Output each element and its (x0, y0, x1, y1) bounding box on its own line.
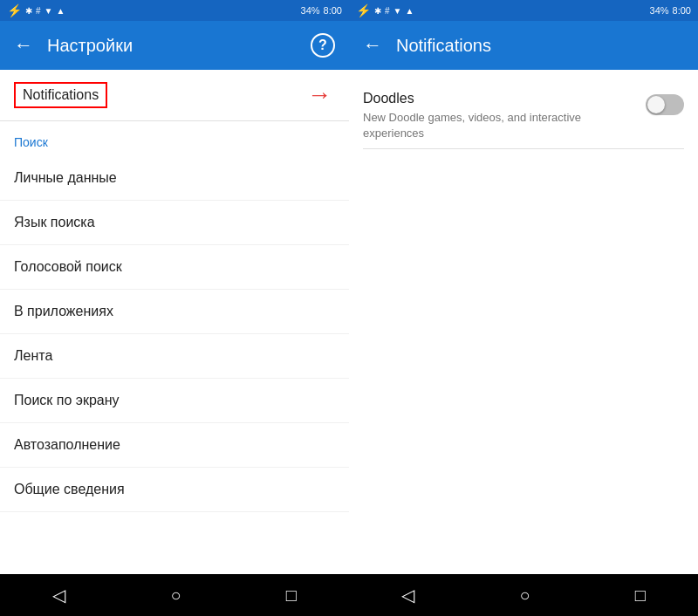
left-content: Notifications → Поиск Личные данные Язык… (0, 70, 349, 574)
menu-item-voice[interactable]: Голосовой поиск (0, 245, 349, 290)
left-phone-panel: ⚡ ✱ # ▼ ▲ 34% 8:00 ← Настройки ? Notific… (0, 0, 349, 616)
doodles-description: New Doodle games, videos, and interactiv… (363, 110, 632, 141)
hash-icon: # (36, 6, 41, 16)
right-hash-icon: # (385, 6, 390, 16)
left-app-title: Настройки (47, 36, 297, 56)
doodles-row: Doodles New Doodle games, videos, and in… (363, 84, 684, 148)
notifications-settings-content: Doodles New Doodle games, videos, and in… (349, 70, 698, 163)
left-home-nav-icon[interactable]: ○ (170, 585, 181, 606)
menu-item-autofill[interactable]: Автозаполнение (0, 423, 349, 468)
right-time: 8:00 (673, 5, 691, 16)
right-home-nav-icon[interactable]: ○ (519, 585, 530, 606)
left-status-right: 34% 8:00 (301, 5, 342, 16)
right-recent-nav-icon[interactable]: □ (635, 585, 646, 606)
menu-item-feed[interactable]: Лента (0, 334, 349, 379)
right-battery-text: 34% (650, 5, 669, 16)
right-bluetooth-icon: ✱ (374, 6, 381, 16)
left-status-bar: ⚡ ✱ # ▼ ▲ 34% 8:00 (0, 0, 349, 21)
lightning-icon: ⚡ (7, 3, 22, 17)
right-status-right: 34% 8:00 (650, 5, 691, 16)
right-phone-panel: ⚡ ✱ # ▼ ▲ 34% 8:00 ← Notifications Doodl… (349, 0, 698, 616)
right-content: Doodles New Doodle games, videos, and in… (349, 70, 698, 574)
doodles-toggle-container (646, 94, 684, 115)
left-time: 8:00 (324, 5, 342, 16)
right-nav-bar: ◁ ○ □ (349, 574, 698, 616)
doodles-divider (363, 148, 684, 149)
right-app-title: Notifications (396, 36, 684, 56)
right-lightning-icon: ⚡ (356, 3, 371, 17)
left-back-button[interactable]: ← (14, 34, 33, 57)
menu-item-personal[interactable]: Личные данные (0, 156, 349, 201)
right-wifi-icon: ▼ (393, 6, 402, 16)
right-status-icons: ⚡ ✱ # ▼ ▲ (356, 3, 414, 17)
right-back-button[interactable]: ← (363, 34, 382, 57)
bluetooth-icon: ✱ (25, 6, 32, 16)
left-status-icons: ⚡ ✱ # ▼ ▲ (7, 3, 65, 17)
right-back-nav-icon[interactable]: ◁ (401, 585, 414, 606)
notifications-label: Notifications (23, 87, 99, 102)
left-back-nav-icon[interactable]: ◁ (52, 585, 65, 606)
doodles-toggle[interactable] (646, 94, 684, 115)
search-section-header: Поиск (0, 121, 349, 156)
menu-item-screen-search[interactable]: Поиск по экрану (0, 379, 349, 423)
menu-item-about[interactable]: Общие сведения (0, 468, 349, 512)
red-arrow-icon: → (307, 81, 332, 109)
doodles-info: Doodles New Doodle games, videos, and in… (363, 91, 632, 141)
left-battery-text: 34% (301, 5, 320, 16)
wifi-icon: ▼ (44, 6, 53, 16)
signal-icon: ▲ (56, 6, 65, 16)
right-status-bar: ⚡ ✱ # ▼ ▲ 34% 8:00 (349, 0, 698, 21)
left-nav-bar: ◁ ○ □ (0, 574, 349, 616)
menu-item-language[interactable]: Язык поиска (0, 201, 349, 245)
notifications-box: Notifications (14, 82, 107, 108)
left-recent-nav-icon[interactable]: □ (286, 585, 297, 606)
doodles-name: Doodles (363, 91, 632, 106)
left-app-bar: ← Настройки ? (0, 21, 349, 70)
notifications-item[interactable]: Notifications → (0, 70, 349, 121)
menu-item-apps[interactable]: В приложениях (0, 290, 349, 334)
help-button[interactable]: ? (311, 33, 335, 58)
toggle-knob (647, 96, 665, 113)
right-app-bar: ← Notifications (349, 21, 698, 70)
right-signal-icon: ▲ (405, 6, 414, 16)
